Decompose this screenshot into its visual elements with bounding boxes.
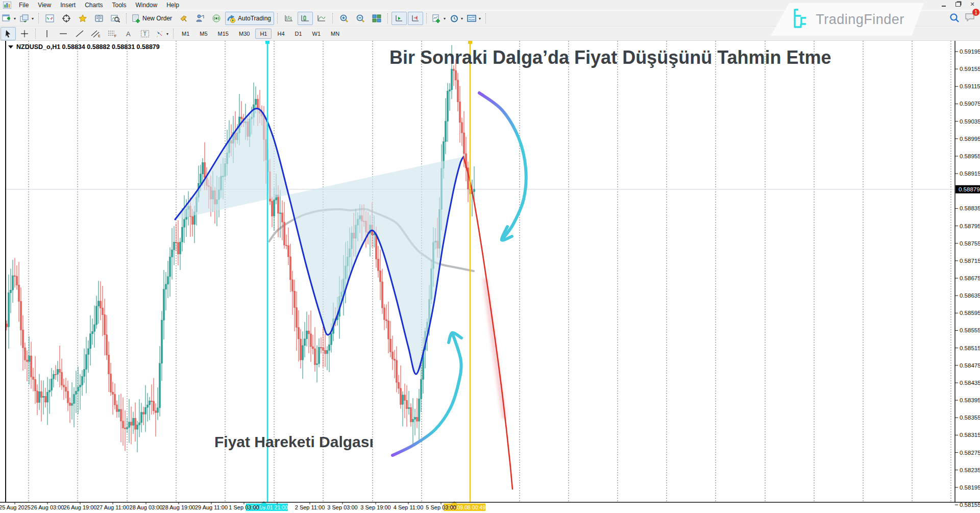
- tradingfinder-logo-icon: [790, 8, 811, 31]
- menu-item-window[interactable]: Window: [131, 1, 162, 10]
- timeframe-h4[interactable]: H4: [273, 29, 289, 39]
- book-icon: [94, 14, 104, 22]
- vertical-line-tool-button[interactable]: [39, 27, 55, 40]
- periods-button[interactable]: ▾: [448, 12, 464, 25]
- hammer-icon: [179, 14, 188, 22]
- svg-text:27 Aug 11:00: 27 Aug 11:00: [96, 504, 129, 510]
- terminal-button[interactable]: [91, 12, 107, 25]
- zoom-in-button[interactable]: [336, 12, 352, 25]
- tile-windows-button[interactable]: [369, 12, 384, 25]
- timeframe-mn[interactable]: MN: [326, 29, 344, 39]
- window-controls: ✕: [938, 1, 978, 8]
- svg-text:0.58715: 0.58715: [960, 258, 980, 264]
- timeframe-d1[interactable]: D1: [290, 29, 307, 39]
- svg-text:26 Aug 19:00: 26 Aug 19:00: [64, 504, 97, 510]
- menu-item-charts[interactable]: Charts: [80, 1, 107, 10]
- experts-button[interactable]: [176, 12, 191, 25]
- profiles-button[interactable]: ▾: [18, 12, 35, 25]
- text-label-tool-button[interactable]: T: [137, 27, 153, 40]
- bar-chart-icon: [284, 14, 293, 22]
- fibonacci-tool-button[interactable]: F: [105, 27, 120, 40]
- minimize-button[interactable]: [938, 1, 949, 8]
- top-right-icons: 1: [949, 12, 976, 23]
- autotrading-icon: [227, 14, 236, 23]
- template-icon: [467, 14, 477, 22]
- svg-text:0.58355: 0.58355: [960, 414, 980, 421]
- data-window-button[interactable]: [59, 12, 74, 25]
- svg-text:0.59155: 0.59155: [960, 66, 980, 72]
- candlestick-chart-icon: [301, 14, 310, 22]
- app-icon: [3, 2, 11, 9]
- svg-text:1 Sep 03:00: 1 Sep 03:00: [229, 504, 259, 510]
- svg-text:26 Aug 03:00: 26 Aug 03:00: [31, 504, 64, 510]
- crosshair-target-icon: [62, 14, 71, 22]
- templates-button[interactable]: ▾: [465, 12, 482, 25]
- indicators-button[interactable]: ▾: [430, 12, 447, 25]
- indicators-icon: [432, 14, 442, 23]
- crosshair-icon: [20, 30, 29, 38]
- trendline-tool-button[interactable]: [72, 27, 87, 40]
- navigator-button[interactable]: [75, 12, 90, 25]
- svg-text:29 Aug 11:00: 29 Aug 11:00: [195, 504, 228, 510]
- svg-text:0.58555: 0.58555: [960, 327, 980, 333]
- zoom-in-icon: [339, 14, 349, 23]
- text-icon: A: [125, 30, 133, 38]
- channel-tool-button[interactable]: E: [88, 27, 104, 40]
- zoom-out-button[interactable]: [353, 12, 368, 25]
- candle-chart-button[interactable]: [298, 12, 313, 25]
- svg-text:E: E: [98, 34, 101, 38]
- svg-text:0.58515: 0.58515: [960, 345, 980, 351]
- svg-text:0.58835: 0.58835: [960, 205, 980, 211]
- notifications-button[interactable]: 1: [965, 12, 976, 23]
- autotrading-button[interactable]: AutoTrading: [225, 12, 274, 25]
- close-button[interactable]: ✕: [967, 1, 978, 8]
- signals-button[interactable]: [209, 12, 224, 25]
- svg-text:0.58995: 0.58995: [960, 136, 980, 142]
- new-order-button[interactable]: New Order: [130, 12, 175, 25]
- line-chart-button[interactable]: [314, 12, 329, 25]
- chart-canvas[interactable]: 2025.09.01 21:002025.09.08 00:49Bir Sonr…: [0, 40, 980, 513]
- menu-item-help[interactable]: Help: [162, 1, 184, 10]
- svg-text:4 Sep 11:00: 4 Sep 11:00: [394, 504, 424, 510]
- text-label-icon: T: [140, 30, 150, 38]
- timeframe-m15[interactable]: M15: [213, 29, 233, 39]
- menu-item-tools[interactable]: Tools: [108, 1, 131, 10]
- menu-item-file[interactable]: File: [14, 1, 33, 10]
- timeframe-m30[interactable]: M30: [234, 29, 254, 39]
- new-chart-button[interactable]: ▾: [1, 12, 17, 25]
- cursor-tool-button[interactable]: [1, 27, 16, 40]
- svg-text:0.58635: 0.58635: [960, 292, 980, 299]
- timeframe-h1[interactable]: H1: [255, 29, 272, 39]
- market-watch-button[interactable]: [42, 12, 58, 25]
- svg-text:A: A: [126, 30, 131, 38]
- publisher-button[interactable]: [192, 12, 208, 25]
- horizontal-line-tool-button[interactable]: [56, 27, 71, 40]
- text-tool-button[interactable]: A: [121, 27, 136, 40]
- restore-button[interactable]: [952, 1, 964, 8]
- svg-text:0.58915: 0.58915: [960, 170, 980, 177]
- zoom-out-icon: [356, 14, 365, 23]
- timeframe-w1[interactable]: W1: [308, 29, 326, 39]
- svg-text:0.58395: 0.58395: [960, 397, 980, 403]
- menu-item-insert[interactable]: Insert: [56, 1, 80, 10]
- timeframe-m5[interactable]: M5: [195, 29, 212, 39]
- crosshair-tool-button[interactable]: [17, 27, 32, 40]
- arrows-tool-button[interactable]: ▾: [154, 27, 170, 40]
- menu-item-view[interactable]: View: [33, 1, 56, 10]
- svg-text:28 Aug 19:00: 28 Aug 19:00: [162, 504, 195, 510]
- forecast-arrow: [479, 93, 526, 240]
- symbol-dropdown-icon[interactable]: [8, 45, 13, 48]
- search-icon[interactable]: [949, 13, 960, 23]
- vertical-line-icon: [43, 30, 51, 38]
- svg-text:0.58795: 0.58795: [960, 223, 980, 229]
- strategy-tester-button[interactable]: [108, 12, 123, 25]
- svg-text:0.59195: 0.59195: [960, 48, 980, 55]
- brand-panel: TradingFinder: [771, 3, 924, 36]
- bar-chart-button[interactable]: [281, 12, 297, 25]
- yellow-vertical-line: 2025.09.08 00:49: [444, 41, 485, 511]
- profiles-icon: [20, 14, 30, 23]
- chart-shift-button[interactable]: [408, 12, 423, 25]
- timeframe-m1[interactable]: M1: [177, 29, 194, 39]
- auto-scroll-button[interactable]: [391, 12, 407, 25]
- tester-magnifier-icon: [111, 14, 120, 22]
